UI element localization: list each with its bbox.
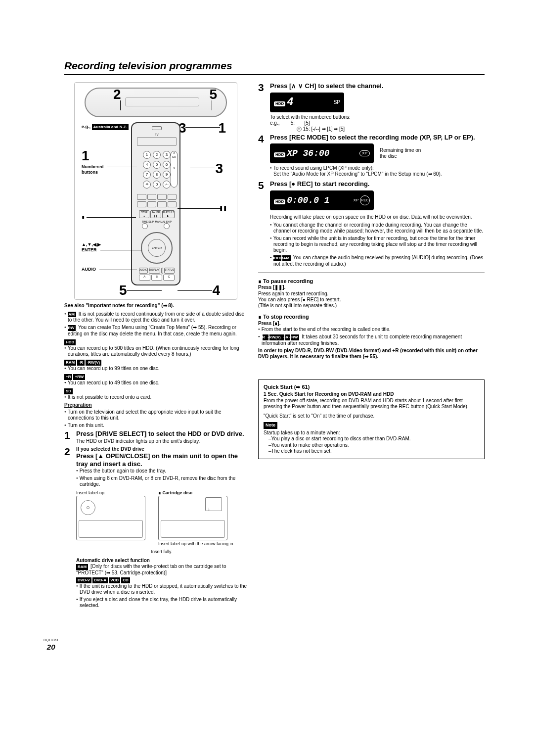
stop-b2: -R-RW(V)+R+RW It takes about 30 seconds … xyxy=(258,334,485,346)
stop-b1: From the start to the end of the recordi… xyxy=(258,327,485,332)
callout-4: 4 xyxy=(212,282,220,299)
quick-start-box: Quick Start (➡ 61) 1 Sec. Quick Start fo… xyxy=(258,379,485,459)
note-ram: RAM It is not possible to record continu… xyxy=(64,311,247,324)
stop-press: Press [∎]. xyxy=(258,321,485,327)
remaining-time-label: Remaining time on the disc xyxy=(380,147,429,159)
eg-label: e.g., Australia and N.Z. xyxy=(82,124,130,130)
right-column: 3 Press [∧ ∨ CH] to select the channel. … xyxy=(258,82,485,612)
insert-illu-2: ↓ xyxy=(158,496,227,540)
auto-3: If you eject a disc and close the disc t… xyxy=(76,597,247,609)
note-pill: Note xyxy=(264,422,277,428)
step3-sel: To select with the numbered buttons: xyxy=(270,114,485,120)
step3-title: Press [∧ ∨ CH] to select the channel. xyxy=(270,82,485,90)
page-title: Recording television programmes xyxy=(64,59,485,75)
step1-title: Press [DRIVE SELECT] to select the HDD o… xyxy=(76,430,247,438)
note-hdd: You can record up to 500 titles on HDD. … xyxy=(64,345,247,357)
step2-pre: If you selected the DVD drive xyxy=(76,446,247,453)
step1-sub: The HDD or DVD indicator lights up on th… xyxy=(76,438,247,445)
pill-sd: SD xyxy=(64,388,73,394)
step5-b3: HDDRAM You can change the audio being re… xyxy=(270,255,485,267)
see-also: See also "Important notes for recording"… xyxy=(64,303,247,309)
display-ch: HDD 4 SP xyxy=(270,93,344,112)
insert-fully: Insert fully. xyxy=(76,549,247,555)
remote: TV 1 2 3 4 5 6 7 8 9 0 ✳︎ -/-- ∧CH∨ xyxy=(131,122,180,285)
note-49: You can record up to 49 titles on one di… xyxy=(64,380,247,386)
step4-title: Press [REC MODE] to select the recording… xyxy=(270,134,485,142)
label-arrows: ▲,▼,◀,▶ xyxy=(82,242,101,247)
callout-3-right: 3 xyxy=(215,160,223,177)
device-figure: 2 5 e.g., Australia and N.Z. 3 1 TV 1 2 … xyxy=(74,82,237,300)
insert-illu-1 xyxy=(76,496,145,540)
auto-head: Automatic drive select function xyxy=(76,558,247,564)
step5-intro: Recording will take place on open space … xyxy=(270,214,485,220)
step2-title: Press [▲ OPEN/CLOSE] on the main unit to… xyxy=(76,452,247,468)
stop-bold: In order to play DVD-R, DVD-RW (DVD-Vide… xyxy=(258,348,485,360)
page-footer: RQT8361 20 xyxy=(44,638,58,641)
quick-p3: Startup takes up to a minute when: xyxy=(264,430,479,436)
device-top xyxy=(85,88,227,117)
divider-1 xyxy=(258,273,485,273)
prep-2: Turn on this unit. xyxy=(64,423,247,428)
step3-eg: e.g., 5: [5] xyxy=(270,120,485,126)
note-sd: It is not possible to record onto a card… xyxy=(64,394,247,400)
quick-b3: –The clock has not been set. xyxy=(264,448,479,455)
step5-b1: You cannot change the channel or recordi… xyxy=(270,222,485,234)
quick-sub: 1 Sec. Quick Start for Recording on DVD-… xyxy=(264,391,479,398)
step-5: 5 Press [● REC] to start recording. HDD … xyxy=(258,180,485,268)
callout-5-bottom: 5 xyxy=(119,282,127,299)
label-enter: ENTER xyxy=(82,247,97,253)
pause-head: To pause recording xyxy=(258,278,485,285)
auto-2: If the unit is recording to the HDD or s… xyxy=(76,583,247,595)
pill-hdd: HDD xyxy=(64,339,76,345)
step5-title: Press [● REC] to start recording. xyxy=(270,180,485,188)
step2-b2: When using 8 cm DVD-RAM, or 8 cm DVD-R, … xyxy=(76,475,247,487)
quick-b2: –You want to make other operations. xyxy=(264,442,479,449)
callout-1-mid-right: 1 xyxy=(218,119,226,137)
callout-1-left: 1 xyxy=(82,147,89,164)
quick-p2: "Quick Start" is set to "On" at the time… xyxy=(264,413,479,420)
pause-press: Press [❚❚]. xyxy=(258,284,485,291)
quick-p1: From the power off state, recording on D… xyxy=(264,398,479,410)
cartridge-head: ∎ Cartridge disc xyxy=(158,490,234,496)
preparation-head: Preparation xyxy=(64,402,247,409)
note-plusrw: +RW You can create Top Menu using "Creat… xyxy=(64,325,247,337)
step-2: 2 If you selected the DVD drive Press [▲… xyxy=(64,446,247,610)
auto-1: RAM [Only for discs with the write-prote… xyxy=(76,564,247,576)
insert-label-2: Insert label-up with the arrow facing in… xyxy=(158,541,234,547)
display-mode: HDD XP 36:00 XP xyxy=(270,143,374,163)
pause-l1: Press again to restart recording. xyxy=(258,291,485,297)
step4-b1: To record sound using LPCM (XP mode only… xyxy=(270,165,485,177)
label-numbered: Numbered xyxy=(82,164,104,170)
quick-b1: –You play a disc or start recording to d… xyxy=(264,436,479,442)
pause-l3: (Title is not split into separate titles… xyxy=(258,303,485,309)
step-1: 1 Press [DRIVE SELECT] to select the HDD… xyxy=(64,430,247,444)
pause-l2: You can also press [● REC] to restart. xyxy=(258,297,485,303)
quick-title: Quick Start (➡ 61) xyxy=(264,384,479,391)
note-99: You can record up to 99 titles on one di… xyxy=(64,366,247,372)
step5-b2: You can record while the unit is in stan… xyxy=(270,236,485,253)
step-3: 3 Press [∧ ∨ CH] to select the channel. … xyxy=(258,82,485,132)
step2-b1: Press the button again to close the tray… xyxy=(76,468,247,474)
callout-5-top: 5 xyxy=(209,86,217,103)
label-buttons: buttons xyxy=(82,170,98,175)
display-rec: HDD 0:00.0 1 XP REC xyxy=(270,190,374,210)
label-audio: AUDIO xyxy=(82,267,96,272)
left-column: 2 5 e.g., Australia and N.Z. 3 1 TV 1 2 … xyxy=(64,82,247,612)
stop-head: To stop recording xyxy=(258,314,485,321)
rqt-code: RQT8361 xyxy=(44,638,58,641)
insert-label-up: Insert label-up. xyxy=(76,490,145,496)
step-4: 4 Press [REC MODE] to select the recordi… xyxy=(258,134,485,179)
prep-1: Turn on the television and select the ap… xyxy=(64,409,247,421)
